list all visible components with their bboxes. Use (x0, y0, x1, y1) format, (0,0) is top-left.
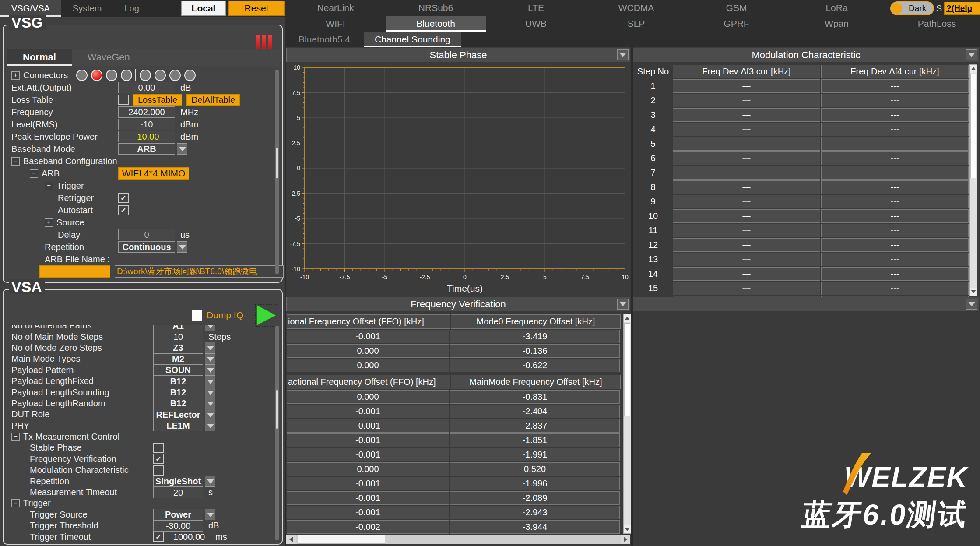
nav-item-wcdma[interactable]: WCDMA (586, 0, 686, 16)
connector-led-2[interactable] (91, 70, 102, 81)
unchecked-checkbox[interactable] (153, 443, 164, 453)
tab-log[interactable]: Log (113, 0, 151, 17)
browse-button[interactable] (39, 265, 110, 278)
dropdown-value[interactable]: LE1M (153, 420, 203, 431)
dump-iq-checkbox[interactable] (192, 310, 202, 321)
chevron-down-icon[interactable] (617, 49, 629, 60)
scrollbar-thumb[interactable] (276, 148, 278, 178)
value-field[interactable]: 2402.000 (118, 106, 175, 118)
nav-item-gsm[interactable]: GSM (686, 0, 787, 16)
collapse-icon[interactable]: − (11, 157, 20, 166)
dropdown-value[interactable]: SingleShot (153, 476, 203, 487)
expand-icon[interactable]: + (11, 71, 20, 80)
connector-led-5[interactable] (140, 70, 151, 81)
checked-checkbox[interactable] (118, 205, 129, 215)
checked-checkbox[interactable] (153, 454, 164, 464)
checked-checkbox[interactable] (118, 193, 129, 203)
reset-button[interactable]: Reset (228, 1, 285, 16)
connector-led-3[interactable] (106, 70, 117, 81)
tab-normal[interactable]: Normal (7, 49, 72, 66)
chevron-down-icon[interactable] (177, 143, 187, 155)
nav-item-wpan[interactable]: Wpan (787, 16, 887, 32)
chevron-down-icon[interactable] (205, 476, 215, 487)
chevron-down-icon[interactable] (617, 299, 629, 310)
chevron-down-icon[interactable] (205, 376, 215, 387)
chevron-down-icon[interactable] (205, 353, 215, 365)
dropdown-value[interactable]: M2 (153, 353, 203, 365)
connector-led-8[interactable] (184, 70, 196, 81)
play-button[interactable] (255, 304, 277, 327)
chevron-down-icon[interactable] (966, 49, 977, 60)
dark-mode-toggle[interactable]: Dark (890, 1, 934, 15)
scrollbar-thumb[interactable] (298, 535, 385, 544)
chevron-down-icon[interactable] (205, 325, 215, 331)
collapse-icon[interactable]: − (45, 182, 53, 190)
losstable-button[interactable]: LossTable (133, 94, 182, 106)
nav-item-pathloss[interactable]: PathLoss (887, 16, 980, 32)
nav-item-nearlink[interactable]: NearLink (285, 0, 386, 16)
scroll-down-button[interactable] (624, 525, 631, 533)
scroll-right-button[interactable] (621, 535, 630, 544)
value-field[interactable]: 0 (118, 229, 175, 240)
nav-item-bluetooth5-4[interactable]: Bluetooth5.4 (288, 32, 361, 47)
dropdown-value[interactable]: B12 (153, 387, 203, 398)
local-button[interactable]: Local (181, 1, 226, 16)
delalltable-button[interactable]: DelAllTable (186, 94, 240, 106)
nav-item-channel-sounding[interactable]: Channel Sounding (364, 32, 461, 47)
dropdown-value[interactable]: B12 (153, 376, 203, 387)
value-field[interactable]: -30.00 (153, 520, 203, 532)
scroll-up-button[interactable] (970, 65, 977, 73)
value-field[interactable]: -10.00 (118, 131, 175, 142)
scrollbar-thumb[interactable] (276, 390, 278, 429)
connector-led-6[interactable] (155, 70, 166, 81)
chevron-down-icon[interactable] (205, 509, 215, 520)
nav-item-bluetooth[interactable]: Bluetooth (386, 16, 486, 32)
value-field[interactable]: -10 (118, 119, 175, 130)
nav-item-lora[interactable]: LoRa (787, 0, 887, 16)
unchecked-checkbox[interactable] (118, 95, 129, 105)
tab-wavegen[interactable]: WaveGen (72, 49, 280, 66)
dropdown-value[interactable]: SOUN (153, 364, 203, 376)
scrollbar-thumb[interactable] (970, 74, 976, 178)
connector-led-1[interactable] (76, 70, 88, 81)
frequency-tables-scrollbar[interactable] (623, 314, 631, 534)
tab-system[interactable]: System (61, 0, 113, 17)
chevron-down-icon[interactable] (205, 409, 215, 420)
collapse-icon[interactable]: − (11, 499, 20, 507)
chevron-down-icon[interactable] (205, 342, 215, 353)
chevron-down-icon[interactable] (205, 398, 215, 409)
nav-item-wifi[interactable]: WIFI (285, 16, 386, 32)
scroll-left-button[interactable] (286, 535, 296, 544)
value-field[interactable]: 0.00 (118, 82, 175, 93)
unchecked-checkbox[interactable] (153, 465, 164, 476)
expand-icon[interactable]: + (45, 218, 53, 227)
scroll-up-button[interactable] (624, 314, 631, 322)
dropdown-value[interactable]: A1 (153, 325, 203, 331)
dropdown-value[interactable]: Z3 (153, 342, 203, 353)
chevron-down-icon[interactable] (205, 420, 215, 431)
nav-item-uwb[interactable]: UWB (486, 16, 586, 32)
dropdown-value[interactable]: B12 (153, 398, 203, 409)
scrollbar-thumb[interactable] (624, 323, 630, 416)
collapse-icon[interactable]: − (30, 169, 38, 178)
checked-checkbox[interactable] (153, 532, 164, 542)
chevron-down-icon[interactable] (205, 364, 215, 376)
dropdown-value[interactable]: ARB (118, 143, 175, 155)
chevron-down-icon[interactable] (966, 299, 977, 310)
nav-item-nrsub6[interactable]: NRSub6 (386, 0, 486, 16)
nav-item-gprf[interactable]: GPRF (686, 16, 787, 32)
scroll-down-button[interactable] (970, 288, 977, 296)
nav-item-slp[interactable]: SLP (586, 16, 686, 32)
value-field[interactable]: 10 (153, 331, 203, 342)
modulation-table-scrollbar[interactable] (969, 64, 977, 296)
connector-led-4[interactable] (121, 70, 132, 81)
value-field[interactable]: 20 (153, 487, 203, 498)
vsa-scrollbar[interactable] (275, 326, 279, 540)
wifi-4-4-mimo-button[interactable]: WIFI 4*4 MIMO (118, 167, 189, 180)
chevron-down-icon[interactable] (177, 241, 187, 253)
collapse-icon[interactable]: − (11, 433, 20, 441)
help-button[interactable]: ?(Help (944, 2, 980, 15)
nav-item-lte[interactable]: LTE (486, 0, 586, 16)
connector-led-7[interactable] (169, 70, 181, 81)
chevron-down-icon[interactable] (205, 387, 215, 398)
